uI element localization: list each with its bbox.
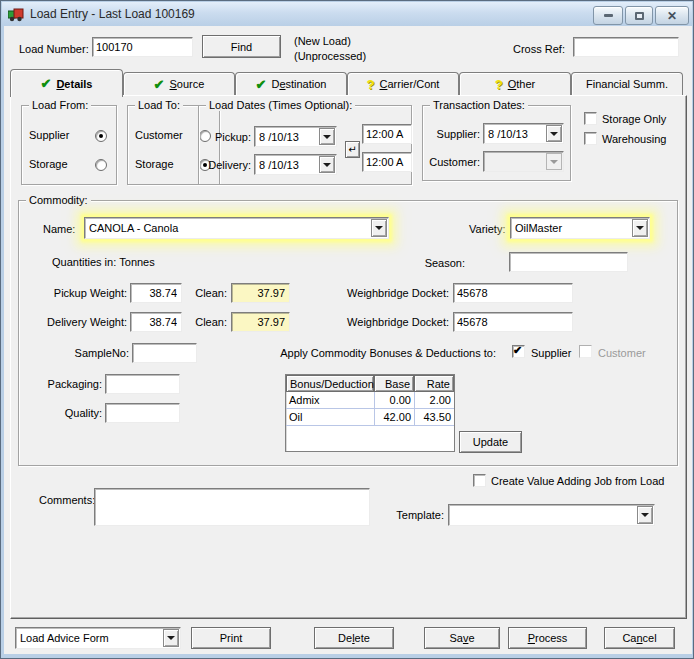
copy-date-button[interactable]: ↵ bbox=[345, 141, 360, 158]
report-type-combo[interactable]: Load Advice Form bbox=[15, 627, 181, 649]
tab-source[interactable]: ✔ Source bbox=[123, 72, 235, 95]
load-from-storage-radio[interactable] bbox=[95, 159, 107, 171]
table-header-row: Bonus/Deduction Base Rate bbox=[286, 375, 454, 392]
comments-textarea[interactable] bbox=[94, 488, 370, 526]
maximize-icon bbox=[635, 12, 644, 20]
chevron-down-icon[interactable] bbox=[319, 128, 335, 145]
tab-label: Details bbox=[56, 78, 92, 90]
delivery-docket-input[interactable] bbox=[453, 312, 573, 332]
quality-label: Quality: bbox=[29, 407, 102, 419]
create-value-adding-job-checkbox[interactable] bbox=[473, 474, 486, 487]
warehousing-checkbox[interactable] bbox=[584, 132, 597, 145]
load-from-supplier-label: Supplier bbox=[29, 129, 69, 141]
season-input[interactable] bbox=[509, 252, 628, 272]
chevron-down-icon[interactable] bbox=[546, 125, 562, 142]
print-button[interactable]: Print bbox=[191, 627, 271, 649]
update-button[interactable]: Update bbox=[459, 431, 522, 453]
delivery-clean-label: Clean: bbox=[179, 316, 227, 328]
txn-supplier-date-combo[interactable]: 8 /10/13 bbox=[483, 123, 564, 144]
return-arrow-icon: ↵ bbox=[348, 144, 356, 155]
sample-no-label: SampleNo: bbox=[29, 347, 129, 359]
create-value-adding-job-label: Create Value Adding Job from Load bbox=[491, 475, 664, 487]
check-icon: ✔ bbox=[41, 77, 52, 90]
pickup-docket-input[interactable] bbox=[453, 283, 573, 303]
delivery-weight-input[interactable] bbox=[130, 312, 182, 332]
tab-carrier-cont[interactable]: ? Carrier/Cont bbox=[347, 72, 459, 95]
load-to-title: Load To: bbox=[135, 99, 183, 111]
process-button[interactable]: Process bbox=[508, 627, 587, 649]
commodity-title: Commodity: bbox=[26, 194, 91, 206]
chevron-down-icon[interactable] bbox=[319, 156, 335, 173]
tab-financial-summ[interactable]: Financial Summ. bbox=[571, 72, 683, 95]
col-header-rate[interactable]: Rate bbox=[414, 375, 454, 392]
maximize-button[interactable] bbox=[625, 6, 653, 25]
load-from-group: Load From: Supplier Storage bbox=[21, 105, 117, 185]
variety-label: Variety: bbox=[469, 223, 505, 235]
transaction-dates-title: Transaction Dates: bbox=[430, 99, 528, 111]
template-label: Template: bbox=[355, 509, 444, 521]
commodity-name-combo[interactable]: CANOLA - Canola bbox=[84, 217, 389, 239]
variety-combo[interactable]: OilMaster bbox=[510, 217, 650, 239]
tab-other[interactable]: ? Other bbox=[459, 72, 571, 95]
pickup-clean-label: Clean: bbox=[179, 287, 227, 299]
pickup-date-combo[interactable]: 8 /10/13 bbox=[254, 126, 337, 147]
chevron-down-icon[interactable] bbox=[163, 629, 179, 647]
col-header-base[interactable]: Base bbox=[374, 375, 414, 392]
delivery-time-input[interactable] bbox=[362, 152, 412, 172]
col-header-bonus-deduction[interactable]: Bonus/Deduction bbox=[286, 375, 374, 392]
tab-label: Other bbox=[508, 78, 536, 90]
season-label: Season: bbox=[419, 257, 465, 269]
question-icon: ? bbox=[367, 78, 375, 91]
load-from-supplier-radio[interactable] bbox=[95, 130, 107, 142]
chevron-down-icon[interactable] bbox=[637, 506, 653, 524]
chevron-down-icon[interactable] bbox=[632, 219, 648, 237]
load-dates-title: Load Dates (Times Optional): bbox=[206, 99, 355, 111]
tab-label: Carrier/Cont bbox=[380, 78, 440, 90]
tab-label: Financial Summ. bbox=[586, 78, 668, 90]
minimize-button[interactable] bbox=[593, 6, 623, 25]
packaging-label: Packaging: bbox=[29, 378, 102, 390]
close-icon: ✕ bbox=[667, 10, 677, 22]
window-title: Load Entry - Last Load 100169 bbox=[30, 7, 195, 21]
load-number-input[interactable] bbox=[92, 37, 193, 57]
delete-button[interactable]: Delete bbox=[314, 627, 394, 649]
minimize-icon bbox=[604, 14, 613, 17]
storage-only-checkbox[interactable] bbox=[584, 112, 597, 125]
chevron-down-icon[interactable] bbox=[371, 219, 387, 237]
quality-input[interactable] bbox=[105, 403, 180, 423]
commodity-name-label: Name: bbox=[43, 223, 75, 235]
quantities-in-label: Quantities in: Tonnes bbox=[52, 256, 155, 268]
titlebar[interactable]: Load Entry - Last Load 100169 bbox=[2, 2, 692, 26]
pickup-time-input[interactable] bbox=[362, 124, 412, 144]
tab-destination[interactable]: ✔ Destination bbox=[235, 72, 347, 95]
save-button[interactable]: Save bbox=[424, 627, 500, 649]
tab-label: Destination bbox=[271, 78, 326, 90]
apply-bonuses-label: Apply Commodity Bonuses & Deductions to: bbox=[139, 347, 496, 359]
load-dates-group: Load Dates (Times Optional): Pickup: 8 /… bbox=[198, 105, 412, 185]
find-button[interactable]: Find bbox=[202, 35, 281, 58]
apply-customer-label: Customer bbox=[598, 347, 646, 359]
load-from-title: Load From: bbox=[29, 99, 91, 111]
pickup-docket-label: Weighbridge Docket: bbox=[269, 287, 449, 299]
load-number-label: Load Number: bbox=[19, 43, 89, 55]
tab-label: Source bbox=[170, 78, 205, 90]
storage-only-label: Storage Only bbox=[602, 113, 666, 125]
pickup-label: Pickup: bbox=[207, 131, 251, 143]
apply-supplier-label: Supplier bbox=[531, 347, 571, 359]
warehousing-label: Warehousing bbox=[602, 133, 666, 145]
table-row[interactable]: Oil 42.00 43.50 bbox=[286, 409, 454, 426]
apply-supplier-checkbox[interactable] bbox=[512, 345, 525, 358]
template-combo[interactable] bbox=[448, 504, 655, 526]
cross-ref-input[interactable] bbox=[573, 37, 679, 57]
txn-supplier-label: Supplier: bbox=[429, 128, 480, 140]
packaging-input[interactable] bbox=[105, 374, 180, 394]
cancel-button[interactable]: Cancel bbox=[604, 627, 675, 649]
close-button[interactable]: ✕ bbox=[655, 6, 689, 25]
txn-customer-label: Customer: bbox=[429, 156, 480, 168]
bonus-deduction-table[interactable]: Bonus/Deduction Base Rate Admix 0.00 2.0… bbox=[285, 374, 455, 452]
table-row[interactable]: Admix 0.00 2.00 bbox=[286, 392, 454, 409]
comments-label: Comments: bbox=[39, 494, 95, 506]
delivery-date-combo[interactable]: 8 /10/13 bbox=[254, 154, 337, 175]
pickup-weight-input[interactable] bbox=[130, 283, 182, 303]
tab-details[interactable]: ✔ Details bbox=[10, 69, 123, 97]
